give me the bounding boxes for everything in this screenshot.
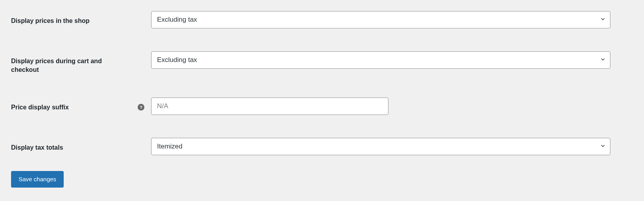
select-display-tax-totals[interactable]: Itemized xyxy=(151,138,610,155)
label-display-prices-cart: Display prices during cart and checkout xyxy=(11,57,126,75)
row-price-display-suffix: Price display suffix ? xyxy=(11,98,633,115)
save-button[interactable]: Save changes xyxy=(11,171,64,188)
help-icon[interactable]: ? xyxy=(138,104,144,111)
row-display-prices-shop: Display prices in the shop Excluding tax xyxy=(11,11,633,28)
label-display-tax-totals: Display tax totals xyxy=(11,143,126,152)
row-display-tax-totals: Display tax totals Itemized xyxy=(11,138,633,155)
label-price-display-suffix: Price display suffix xyxy=(11,103,126,112)
row-display-prices-cart: Display prices during cart and checkout … xyxy=(11,51,633,75)
input-price-display-suffix[interactable] xyxy=(151,98,388,115)
select-display-prices-shop[interactable]: Excluding tax xyxy=(151,11,610,28)
select-display-prices-cart[interactable]: Excluding tax xyxy=(151,51,610,69)
label-display-prices-shop: Display prices in the shop xyxy=(11,17,126,25)
